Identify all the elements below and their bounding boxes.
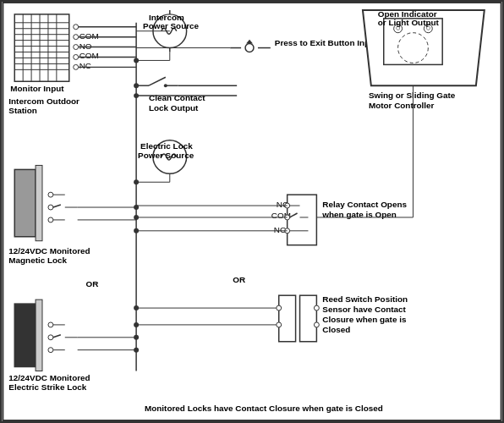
svg-rect-81	[300, 295, 317, 342]
svg-rect-56	[14, 304, 36, 366]
nc-label1: NC	[79, 61, 91, 70]
svg-point-97	[134, 179, 139, 184]
svg-point-85	[314, 322, 319, 327]
electric-strike-label2: Electric Strike Lock	[8, 382, 86, 392]
elec-lock-power-label2: Power Source	[138, 151, 194, 160]
wiring-diagram: Monitor Input COM NO COM NC Intercom Out…	[0, 0, 504, 423]
magnetic-lock-label2: Magnetic Lock	[8, 255, 67, 265]
clean-contact-label: Clean Contact	[149, 93, 205, 102]
relay-contact-label: Relay Contact Opens	[322, 200, 407, 209]
svg-point-18	[74, 45, 79, 50]
svg-point-95	[134, 83, 139, 88]
svg-point-103	[134, 335, 139, 340]
electric-strike-label: 12/24VDC Monitored	[8, 373, 90, 382]
svg-point-102	[134, 322, 139, 327]
intercom-outdoor-label: Intercom Outdoor	[8, 96, 79, 106]
svg-rect-69	[288, 195, 317, 245]
svg-point-58	[48, 322, 53, 327]
svg-point-20	[74, 64, 79, 69]
svg-point-41	[164, 84, 167, 87]
svg-point-24	[245, 44, 254, 52]
or-label2: OR	[233, 275, 245, 284]
swing-gate-label2: Motor Controller	[369, 101, 435, 110]
svg-point-98	[134, 205, 139, 210]
reed-switch-label3: Closure when gate is	[322, 315, 407, 324]
svg-point-50	[48, 205, 53, 210]
com-label2: COM	[79, 51, 99, 60]
svg-point-82	[277, 305, 282, 310]
reed-switch-label4: Closed	[322, 325, 350, 334]
svg-rect-48	[36, 165, 42, 240]
svg-point-94	[134, 58, 139, 63]
swing-gate-label: Swing or Sliding Gate	[369, 91, 456, 100]
svg-point-59	[48, 335, 53, 340]
svg-point-16	[74, 25, 79, 30]
svg-point-19	[74, 54, 79, 59]
svg-point-49	[48, 192, 53, 197]
svg-point-84	[314, 305, 319, 310]
svg-rect-47	[14, 169, 36, 236]
svg-point-17	[74, 35, 79, 40]
svg-point-60	[48, 348, 53, 353]
no-label1: NO	[79, 41, 92, 51]
press-exit-label: Press to Exit Button Input	[275, 38, 378, 47]
reed-switch-label2: Sensor have Contact	[322, 305, 406, 314]
intercom-power-label2: Power Source	[143, 21, 200, 30]
com-label1: COM	[79, 31, 99, 41]
clean-contact-label2: Lock Output	[149, 103, 199, 113]
or-label1: OR	[86, 279, 99, 288]
svg-point-83	[277, 322, 282, 327]
intercom-outdoor-label2: Station	[8, 106, 37, 115]
open-indicator-label2: or Light Output	[378, 18, 440, 27]
svg-point-51	[48, 217, 53, 222]
svg-point-101	[134, 305, 139, 310]
svg-point-89	[398, 33, 429, 63]
magnetic-lock-label: 12/24VDC Monitored	[8, 246, 90, 255]
svg-point-96	[134, 93, 139, 98]
reed-switch-label: Reed Switch Position	[322, 294, 408, 304]
svg-point-100	[134, 228, 139, 233]
monitored-locks-label: Monitored Locks have Contact Closure whe…	[145, 404, 383, 413]
svg-rect-57	[36, 299, 42, 371]
svg-point-104	[134, 348, 139, 353]
svg-point-99	[134, 215, 139, 220]
elec-lock-power-label: Electric Lock	[140, 141, 193, 151]
monitor-input-label: Monitor Input	[10, 84, 64, 93]
svg-rect-80	[279, 295, 296, 342]
